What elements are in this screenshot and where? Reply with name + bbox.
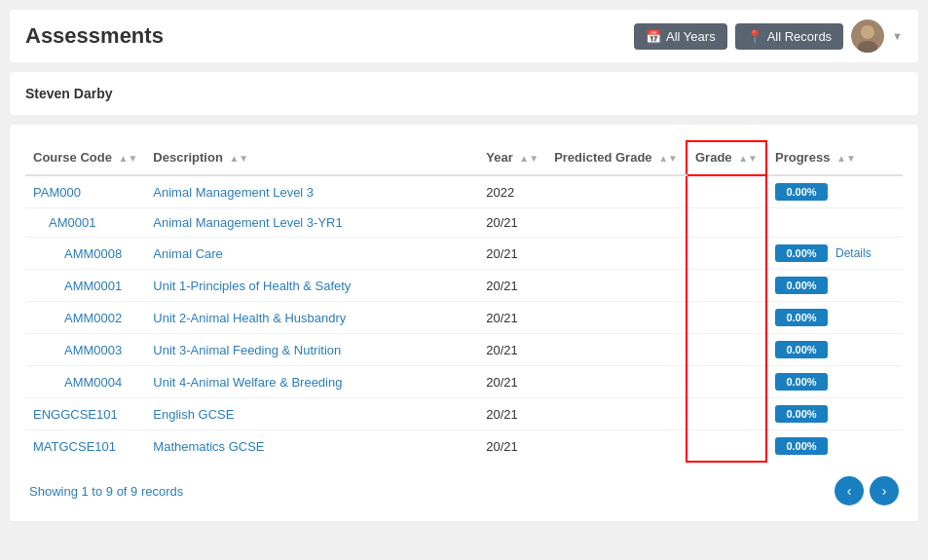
course-desc-link[interactable]: Unit 3-Animal Feeding & Nutrition — [153, 343, 341, 357]
col-header-code: Course Code ▲▼ — [25, 141, 145, 175]
cell-code[interactable]: PAM000 — [25, 175, 145, 208]
cell-predicted — [546, 366, 687, 398]
progress-bar: 0.00% — [775, 309, 828, 326]
table-footer: Showing 1 to 9 of 9 records ‹ › — [25, 476, 903, 505]
pagination-buttons: ‹ › — [835, 476, 899, 505]
user-dropdown-arrow[interactable]: ▼ — [892, 30, 903, 42]
course-desc-link[interactable]: Animal Management Level 3 — [153, 185, 314, 200]
cell-progress: 0.00% — [766, 430, 903, 463]
cell-year: 20/21 — [478, 238, 546, 270]
table-row: AMM0008Animal Care20/210.00%Details — [25, 238, 903, 270]
table-row: MATGCSE101Mathematics GCSE20/210.00% — [25, 430, 903, 463]
cell-predicted — [546, 175, 687, 208]
prev-page-button[interactable]: ‹ — [835, 476, 864, 505]
col-header-progress: Progress ▲▼ — [766, 141, 903, 175]
pin-icon: 📍 — [747, 29, 762, 44]
course-code-link[interactable]: AMM0002 — [64, 311, 122, 325]
cell-code[interactable]: AMM0008 — [25, 238, 145, 270]
course-code-link[interactable]: AMM0003 — [64, 343, 122, 357]
sort-icon-progress[interactable]: ▲▼ — [836, 153, 856, 164]
all-records-button[interactable]: 📍 All Records — [735, 23, 843, 50]
course-code-link[interactable]: ENGGCSE101 — [33, 407, 118, 422]
progress-bar: 0.00% — [775, 437, 828, 455]
sort-icon-desc[interactable]: ▲▼ — [229, 153, 248, 164]
pagination-range: 1 to 9 — [81, 484, 113, 499]
sort-icon-predicted[interactable]: ▲▼ — [658, 153, 678, 164]
cell-predicted — [546, 302, 687, 334]
cell-code[interactable]: ENGGCSE101 — [25, 398, 145, 430]
cell-grade — [687, 398, 766, 430]
cell-predicted — [546, 430, 687, 463]
course-code-link[interactable]: AM0001 — [49, 215, 95, 230]
cell-grade — [687, 208, 766, 238]
table-row: ENGGCSE101English GCSE20/210.00% — [25, 398, 903, 430]
cell-predicted — [546, 398, 687, 430]
cell-desc: Animal Management Level 3-YR1 — [145, 208, 478, 238]
progress-bar: 0.00% — [775, 244, 828, 262]
progress-bar: 0.00% — [775, 277, 828, 294]
table-row: AMM0004Unit 4-Animal Welfare & Breeding2… — [25, 366, 903, 398]
course-desc-link[interactable]: Unit 4-Animal Welfare & Breeding — [153, 375, 342, 390]
cell-year: 20/21 — [478, 334, 546, 366]
cell-predicted — [546, 270, 687, 302]
page-title: Assessments — [25, 23, 164, 49]
course-desc-link[interactable]: English GCSE — [153, 407, 234, 422]
calendar-icon: 📅 — [646, 29, 661, 44]
cell-desc: Unit 2-Animal Health & Husbandry — [145, 302, 478, 334]
header: Assessments 📅 All Years 📍 All Records ▼ — [10, 10, 918, 62]
cell-desc: English GCSE — [145, 398, 478, 430]
cell-desc: Animal Care — [145, 238, 478, 270]
cell-progress: 0.00% — [766, 302, 903, 334]
cell-desc: Animal Management Level 3 — [145, 175, 478, 208]
course-code-link[interactable]: MATGCSE101 — [33, 439, 116, 454]
cell-predicted — [546, 238, 687, 270]
course-code-link[interactable]: AMM0008 — [64, 246, 122, 261]
course-code-link[interactable]: AMM0001 — [64, 279, 122, 293]
table-row: AMM0002Unit 2-Animal Health & Husbandry2… — [25, 302, 903, 334]
table-header-row: Course Code ▲▼ Description ▲▼ Year ▲▼ Pr… — [25, 141, 903, 175]
cell-grade — [687, 175, 766, 208]
cell-code[interactable]: AMM0002 — [25, 302, 145, 334]
cell-grade — [687, 270, 766, 302]
cell-progress: 0.00% — [766, 270, 903, 302]
assessments-table: Course Code ▲▼ Description ▲▼ Year ▲▼ Pr… — [25, 140, 903, 463]
avatar[interactable] — [851, 19, 884, 53]
sort-icon-year[interactable]: ▲▼ — [519, 153, 538, 164]
table-row: AMM0001Unit 1-Principles of Health & Saf… — [25, 270, 903, 302]
cell-code[interactable]: AMM0004 — [25, 366, 145, 398]
cell-desc: Mathematics GCSE — [145, 430, 478, 463]
cell-year: 20/21 — [478, 398, 546, 430]
cell-grade — [687, 334, 766, 366]
cell-progress: 0.00% — [766, 366, 903, 398]
sort-icon-grade[interactable]: ▲▼ — [738, 153, 758, 164]
cell-desc: Unit 1-Principles of Health & Safety — [145, 270, 478, 302]
course-desc-link[interactable]: Animal Management Level 3-YR1 — [153, 215, 342, 230]
cell-grade — [687, 430, 766, 463]
cell-predicted — [546, 208, 687, 238]
course-desc-link[interactable]: Mathematics GCSE — [153, 439, 264, 454]
cell-desc: Unit 4-Animal Welfare & Breeding — [145, 366, 478, 398]
cell-code[interactable]: AMM0003 — [25, 334, 145, 366]
details-link[interactable]: Details — [835, 246, 872, 260]
next-page-button[interactable]: › — [870, 476, 899, 505]
course-desc-link[interactable]: Animal Care — [153, 246, 223, 261]
cell-code[interactable]: MATGCSE101 — [25, 430, 145, 463]
cell-code[interactable]: AM0001 — [25, 208, 145, 238]
table-row: AM0001Animal Management Level 3-YR120/21 — [25, 208, 903, 238]
cell-code[interactable]: AMM0001 — [25, 270, 145, 302]
cell-predicted — [546, 334, 687, 366]
course-desc-link[interactable]: Unit 2-Animal Health & Husbandry — [153, 311, 346, 325]
course-code-link[interactable]: AMM0004 — [64, 375, 122, 390]
cell-progress: 0.00% — [766, 398, 903, 430]
cell-grade — [687, 302, 766, 334]
cell-progress: 0.00% — [766, 175, 903, 208]
cell-year: 20/21 — [478, 270, 546, 302]
page-wrapper: Assessments 📅 All Years 📍 All Records ▼ … — [0, 0, 928, 560]
cell-progress: 0.00% — [766, 334, 903, 366]
col-header-predicted: Predicted Grade ▲▼ — [546, 141, 687, 175]
course-code-link[interactable]: PAM000 — [33, 185, 81, 200]
course-desc-link[interactable]: Unit 1-Principles of Health & Safety — [153, 279, 351, 293]
all-years-button[interactable]: 📅 All Years — [634, 23, 727, 50]
main-card: Course Code ▲▼ Description ▲▼ Year ▲▼ Pr… — [10, 125, 918, 521]
sort-icon-code[interactable]: ▲▼ — [119, 153, 138, 164]
